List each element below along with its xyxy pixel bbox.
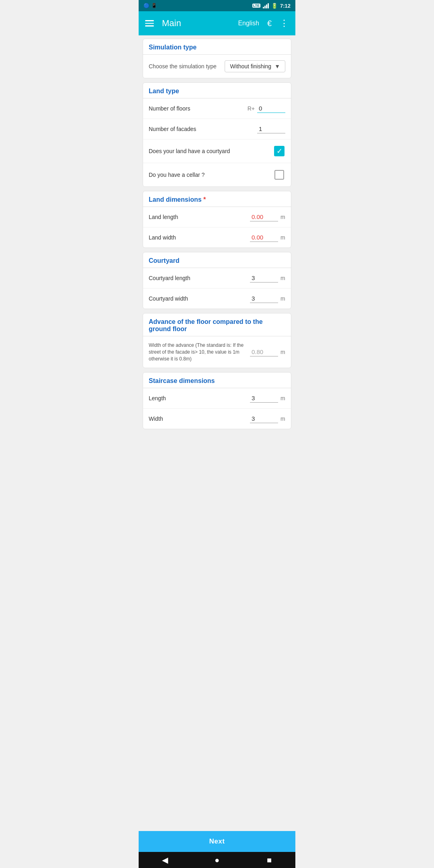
land-length-label: Land length — [149, 214, 250, 220]
simulation-type-card: Simulation type Choose the simulation ty… — [143, 39, 291, 78]
time-display: 7:12 — [280, 3, 291, 9]
stair-width-input[interactable] — [250, 414, 278, 423]
courtyard-check-label: Does your land have a courtyard — [149, 148, 273, 154]
facades-control — [257, 125, 285, 133]
status-bar: 🔵 📱 LTE 🔋 7:12 — [139, 0, 295, 11]
courtyard-card: Courtyard Courtyard length m Courtyard w… — [143, 252, 291, 309]
battery-icon: 🔋 — [271, 3, 278, 9]
app-title: Main — [162, 18, 238, 29]
floors-row: Number of floors R+ — [143, 98, 291, 119]
floors-label: Number of floors — [149, 105, 248, 112]
simulation-type-label: Choose the simulation type — [149, 63, 217, 70]
advance-width-control: m — [250, 348, 285, 356]
courtyard-length-label: Courtyard length — [149, 275, 250, 281]
land-width-unit: m — [280, 234, 285, 241]
floors-control: R+ — [248, 104, 285, 113]
land-length-row: Land length m — [143, 207, 291, 227]
courtyard-width-unit: m — [280, 295, 285, 302]
dropdown-arrow-icon: ▼ — [274, 63, 280, 70]
advance-header: Advance of the floor compared to the gro… — [143, 313, 291, 336]
cellar-check-label: Do you have a cellar ? — [149, 172, 273, 178]
currency-selector[interactable]: € — [267, 19, 272, 28]
land-dimensions-header: Land dimensions — [143, 191, 291, 207]
land-width-row: Land width m — [143, 227, 291, 248]
courtyard-width-input[interactable] — [250, 294, 278, 303]
stair-length-control: m — [250, 394, 285, 403]
advance-width-label: Width of the advance (The standard is: I… — [149, 342, 250, 362]
advance-width-input[interactable] — [250, 348, 278, 356]
main-content: Simulation type Choose the simulation ty… — [139, 35, 295, 461]
land-length-input[interactable] — [250, 213, 278, 221]
signal-bars — [263, 3, 269, 8]
courtyard-length-control: m — [250, 274, 285, 283]
lte-badge: LTE — [252, 4, 260, 8]
staircase-card: Staircase dimensions Length m Width m — [143, 372, 291, 429]
sim-icon: 📱 — [151, 3, 157, 8]
land-length-control: m — [250, 213, 285, 221]
land-dimensions-card: Land dimensions Land length m Land width… — [143, 191, 291, 248]
facades-input[interactable] — [257, 125, 285, 133]
land-width-label: Land width — [149, 234, 250, 241]
facades-row: Number of facades — [143, 119, 291, 139]
land-type-card: Land type Number of floors R+ Number of … — [143, 82, 291, 187]
cellar-checkbox[interactable] — [273, 169, 285, 181]
advance-width-unit: m — [280, 349, 285, 355]
cellar-check-row: Do you have a cellar ? — [143, 163, 291, 186]
floors-input[interactable] — [257, 104, 285, 113]
menu-button[interactable] — [145, 20, 154, 27]
land-width-input[interactable] — [250, 233, 278, 242]
simulation-type-header: Simulation type — [143, 39, 291, 55]
stair-length-row: Length m — [143, 388, 291, 409]
language-selector[interactable]: English — [238, 20, 259, 27]
facades-label: Number of facades — [149, 126, 257, 132]
status-bar-right: LTE 🔋 7:12 — [252, 3, 291, 9]
courtyard-checked-icon: ✓ — [274, 146, 285, 156]
courtyard-length-unit: m — [280, 275, 285, 281]
stair-width-unit: m — [280, 416, 285, 422]
more-options-button[interactable]: ⋮ — [280, 18, 289, 29]
staircase-header: Staircase dimensions — [143, 373, 291, 388]
simulation-type-value: Without finishing — [230, 63, 271, 70]
stair-width-row: Width m — [143, 409, 291, 429]
land-length-unit: m — [280, 214, 285, 220]
stair-width-label: Width — [149, 416, 250, 422]
wifi-icon: 🔵 — [143, 3, 149, 8]
status-bar-left: 🔵 📱 — [143, 3, 157, 8]
land-width-control: m — [250, 233, 285, 242]
courtyard-checkbox[interactable]: ✓ — [273, 145, 285, 157]
simulation-type-row: Choose the simulation type Without finis… — [143, 55, 291, 78]
courtyard-width-label: Courtyard width — [149, 295, 250, 302]
courtyard-width-row: Courtyard width m — [143, 289, 291, 309]
cellar-unchecked-icon — [274, 170, 284, 180]
courtyard-header: Courtyard — [143, 252, 291, 268]
stair-length-input[interactable] — [250, 394, 278, 403]
stair-length-label: Length — [149, 395, 250, 401]
advance-width-row: Width of the advance (The standard is: I… — [143, 336, 291, 368]
stair-length-unit: m — [280, 395, 285, 401]
land-type-header: Land type — [143, 83, 291, 98]
app-bar-actions: English € ⋮ — [238, 18, 289, 29]
courtyard-check-row: Does your land have a courtyard ✓ — [143, 139, 291, 163]
courtyard-length-row: Courtyard length m — [143, 268, 291, 289]
courtyard-length-input[interactable] — [250, 274, 278, 283]
app-bar: Main English € ⋮ — [139, 11, 295, 35]
stair-width-control: m — [250, 414, 285, 423]
simulation-type-dropdown[interactable]: Without finishing ▼ — [225, 60, 285, 72]
floors-prefix: R+ — [248, 105, 255, 112]
advance-card: Advance of the floor compared to the gro… — [143, 313, 291, 368]
courtyard-width-control: m — [250, 294, 285, 303]
